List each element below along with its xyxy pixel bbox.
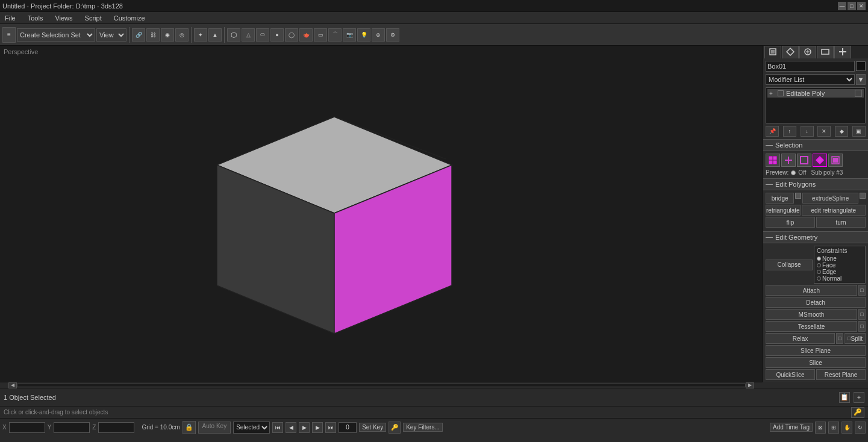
edge-select-icon[interactable]: [781, 154, 796, 167]
selection-section-header[interactable]: — Selection: [763, 139, 868, 151]
split-checkbox[interactable]: □ Split: [845, 333, 866, 344]
close-button[interactable]: ✕: [857, 2, 866, 10]
frame-input[interactable]: 0: [339, 422, 357, 433]
light-toolbar-icon[interactable]: 💡: [357, 28, 370, 42]
normal-radio[interactable]: [817, 276, 821, 281]
set-key-button[interactable]: Set Key: [359, 423, 386, 432]
element-select-icon[interactable]: [828, 154, 843, 167]
polygon-select-icon[interactable]: [813, 154, 827, 167]
object-name-input[interactable]: Box01: [766, 61, 855, 72]
next-frame-button[interactable]: ▶: [312, 422, 323, 433]
modifier-list-dropdown[interactable]: Modifier List: [766, 74, 855, 85]
create-selection-set-input[interactable]: Create Selection Set: [17, 28, 95, 42]
stack-item-editable-poly[interactable]: + Editable Poly: [767, 89, 864, 98]
rect-icon[interactable]: ▭: [314, 28, 327, 42]
relax-button[interactable]: Relax: [766, 333, 835, 344]
z-coord-input[interactable]: [98, 422, 134, 433]
constraint-none[interactable]: None: [817, 255, 863, 262]
border-select-icon[interactable]: [797, 154, 811, 167]
orbit-icon[interactable]: ↻: [855, 422, 866, 434]
menu-toggle-button[interactable]: ≡: [2, 27, 16, 43]
pin-icon[interactable]: 📌: [766, 126, 779, 137]
retriangulate-button[interactable]: retriangulate: [766, 205, 801, 216]
tessellate-settings-icon[interactable]: □: [858, 321, 866, 332]
tessellate-button[interactable]: Tessellate: [766, 321, 857, 332]
view-dropdown[interactable]: View: [96, 28, 126, 42]
lock-icon[interactable]: 🔒: [183, 421, 196, 434]
tab-modify[interactable]: [764, 46, 781, 58]
scroll-left-button[interactable]: ◀: [8, 382, 17, 388]
select-icon[interactable]: ▲: [208, 28, 222, 42]
prev-frame-button[interactable]: ◀: [286, 422, 296, 433]
sphere-icon[interactable]: ●: [270, 28, 284, 42]
object-color-swatch[interactable]: [856, 61, 866, 71]
bridge-checkbox[interactable]: [795, 193, 801, 199]
detach-button[interactable]: Detach: [766, 297, 866, 308]
menu-file[interactable]: File: [2, 13, 18, 23]
menu-script[interactable]: Script: [83, 13, 104, 23]
arc-icon[interactable]: ⌒: [328, 28, 342, 42]
tab-hierarchy[interactable]: [782, 46, 799, 58]
paste-instance-icon[interactable]: ▣: [852, 126, 866, 137]
status-icon2[interactable]: +: [854, 392, 864, 403]
bind-icon[interactable]: ◉: [161, 28, 174, 42]
stack-item-toggle[interactable]: [855, 90, 862, 97]
tab-utilities[interactable]: [834, 46, 851, 58]
edit-geo-section-header[interactable]: — Edit Geometry: [763, 231, 868, 243]
unbind-icon[interactable]: ◎: [175, 28, 189, 42]
constraint-face[interactable]: Face: [817, 262, 863, 269]
transform-icon[interactable]: ✦: [194, 28, 207, 42]
key-icon[interactable]: 🔑: [851, 407, 864, 418]
y-coord-input[interactable]: [54, 422, 90, 433]
remove-modifier-icon[interactable]: ✕: [817, 126, 831, 137]
move-up-icon[interactable]: ↑: [783, 126, 796, 137]
edge-radio[interactable]: [817, 270, 821, 274]
teapot-icon[interactable]: 🫖: [299, 28, 313, 42]
modifier-dropdown-arrow[interactable]: ▼: [856, 74, 866, 85]
zoom-region-icon[interactable]: ⊞: [828, 422, 839, 434]
move-down-icon[interactable]: ↓: [801, 126, 814, 137]
selected-dropdown[interactable]: Selected: [233, 422, 270, 434]
relax-settings-icon[interactable]: □: [836, 333, 843, 344]
box-icon[interactable]: ⬡: [227, 28, 240, 42]
vertex-select-icon[interactable]: [766, 154, 780, 167]
quickslice-button[interactable]: QuickSlice: [766, 369, 815, 380]
preview-radio-dot[interactable]: [791, 170, 796, 175]
autokey-button[interactable]: Auto Key: [198, 422, 231, 434]
scroll-right-button[interactable]: ▶: [746, 382, 754, 388]
stack-visibility-checkbox[interactable]: [778, 90, 784, 96]
slice-plane-button[interactable]: Slice Plane: [766, 345, 866, 356]
collapse-button[interactable]: Collapse: [766, 260, 813, 270]
bridge-button[interactable]: bridge: [766, 193, 794, 204]
cylinder-icon[interactable]: ⬭: [256, 28, 269, 42]
edit-retriangulate-button[interactable]: edit retriangulate: [802, 205, 866, 216]
menu-customize[interactable]: Customize: [111, 13, 148, 23]
x-coord-input[interactable]: [9, 422, 45, 433]
pan-icon[interactable]: ✋: [841, 422, 852, 434]
link-icon[interactable]: 🔗: [132, 28, 145, 42]
face-radio[interactable]: [817, 263, 821, 267]
extrude-spline-checkbox[interactable]: [860, 193, 866, 199]
status-icon1[interactable]: 📋: [839, 392, 850, 403]
go-end-button[interactable]: ⏭: [325, 422, 336, 433]
maximize-button[interactable]: □: [848, 2, 856, 10]
make-unique-icon[interactable]: ◆: [835, 126, 848, 137]
attach-settings-icon[interactable]: □: [858, 285, 866, 296]
tab-display[interactable]: [817, 46, 834, 58]
edit-poly-section-header[interactable]: — Edit Polygons: [763, 178, 868, 190]
tab-motion[interactable]: [799, 46, 816, 58]
none-radio[interactable]: [817, 257, 821, 261]
menu-tools[interactable]: Tools: [25, 13, 46, 23]
key-filters-button[interactable]: Key Filters...: [403, 423, 443, 432]
helper-toolbar-icon[interactable]: ⊕: [372, 28, 385, 42]
systems-icon[interactable]: ⚙: [386, 28, 399, 42]
attach-button[interactable]: Attach: [766, 285, 857, 296]
play-button[interactable]: ▶: [299, 422, 310, 433]
extrude-spline-button[interactable]: extrudeSpline: [802, 193, 858, 204]
cone-icon[interactable]: △: [242, 28, 255, 42]
turn-button[interactable]: turn: [816, 217, 866, 228]
camera-toolbar-icon[interactable]: 📷: [343, 28, 356, 42]
add-time-tag-button[interactable]: Add Time Tag: [770, 423, 813, 432]
minimize-button[interactable]: —: [838, 2, 846, 10]
torus-icon[interactable]: ◯: [285, 28, 298, 42]
